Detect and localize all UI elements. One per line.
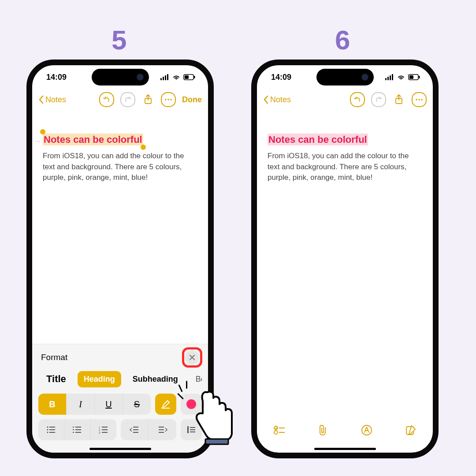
style-body-button[interactable]: Body — [190, 371, 202, 387]
note-title-selected[interactable]: Notes can be colorful — [43, 134, 143, 145]
more-button[interactable] — [412, 92, 427, 107]
undo-icon — [103, 96, 110, 103]
redo-button[interactable] — [371, 92, 386, 107]
svg-rect-32 — [159, 427, 164, 428]
ellipsis-icon — [415, 99, 423, 100]
svg-text:3: 3 — [99, 431, 100, 434]
back-button[interactable]: Notes — [263, 95, 291, 104]
markup-button[interactable] — [361, 424, 372, 436]
svg-point-9 — [167, 99, 169, 100]
selection-handle-end[interactable] — [141, 145, 146, 150]
outdent-icon — [130, 426, 139, 434]
italic-button[interactable]: I — [67, 394, 95, 415]
style-subheading-button[interactable]: Subheading — [126, 371, 184, 387]
step-number-6: 6 — [335, 24, 350, 56]
svg-rect-41 — [387, 77, 389, 80]
numbered-list-button[interactable]: 123 — [91, 419, 116, 440]
undo-button[interactable] — [99, 92, 114, 107]
bullet-list-icon — [46, 426, 56, 434]
svg-rect-16 — [49, 432, 55, 433]
undo-icon — [354, 96, 361, 103]
svg-rect-1 — [163, 77, 164, 80]
svg-point-50 — [421, 99, 423, 100]
note-body-text[interactable]: From iOS18, you can add the colour to th… — [268, 151, 422, 183]
svg-rect-5 — [185, 75, 189, 79]
format-panel-title: Format — [41, 353, 67, 362]
indent-icon — [158, 426, 167, 434]
status-time: 14:09 — [271, 73, 291, 82]
redo-button[interactable] — [120, 92, 135, 107]
bold-button[interactable]: B — [38, 394, 67, 415]
cellular-icon — [385, 74, 394, 80]
style-title-button[interactable]: Title — [40, 370, 72, 388]
svg-rect-20 — [75, 429, 81, 430]
indent-button[interactable] — [149, 419, 176, 440]
dynamic-island — [92, 69, 149, 86]
svg-rect-0 — [160, 78, 162, 80]
home-indicator[interactable] — [89, 448, 151, 450]
dash-list-icon — [72, 426, 82, 434]
share-icon — [144, 94, 152, 105]
bullet-list-button[interactable] — [38, 419, 64, 440]
svg-rect-46 — [419, 76, 420, 78]
svg-rect-22 — [75, 432, 81, 433]
svg-rect-2 — [165, 75, 166, 80]
svg-rect-33 — [159, 429, 164, 430]
phone-mockup-step-6: 14:09 Notes — [251, 60, 439, 458]
dynamic-island — [316, 69, 374, 86]
svg-rect-42 — [390, 75, 391, 80]
navigation-bar: Notes Done — [32, 89, 208, 110]
svg-rect-34 — [159, 432, 164, 433]
svg-rect-52 — [279, 428, 285, 428]
svg-rect-26 — [102, 429, 108, 430]
undo-button[interactable] — [350, 92, 365, 107]
outdent-button[interactable] — [121, 419, 149, 440]
svg-rect-40 — [385, 78, 387, 80]
svg-rect-39 — [205, 439, 228, 444]
done-button[interactable]: Done — [182, 95, 202, 104]
underline-button[interactable]: U — [95, 394, 123, 415]
svg-point-48 — [416, 99, 417, 100]
share-button[interactable] — [141, 93, 155, 106]
checklist-button[interactable] — [274, 425, 285, 435]
numbered-list-icon: 123 — [99, 426, 108, 434]
back-button[interactable]: Notes — [38, 95, 66, 104]
dash-list-button[interactable] — [64, 419, 90, 440]
svg-rect-31 — [133, 432, 138, 433]
svg-point-11 — [47, 427, 48, 428]
share-icon — [394, 94, 403, 105]
wifi-icon — [397, 74, 405, 80]
selection-handle-start[interactable] — [40, 129, 45, 134]
svg-rect-30 — [133, 429, 138, 430]
share-button[interactable] — [392, 93, 405, 106]
home-indicator[interactable] — [314, 448, 376, 450]
highlight-color-button[interactable] — [155, 394, 176, 415]
svg-point-13 — [47, 429, 48, 431]
bius-segment: B I U S — [38, 394, 151, 415]
text-style-row: Title Heading Subheading Body — [38, 369, 202, 394]
note-title[interactable]: Notes can be colorful — [268, 134, 368, 145]
pointing-hand-icon — [190, 388, 238, 445]
note-content[interactable]: Notes can be colorful From iOS18, you ca… — [32, 110, 208, 183]
paperclip-icon — [318, 424, 328, 436]
chevron-left-icon — [38, 95, 44, 104]
note-content[interactable]: Notes can be colorful From iOS18, you ca… — [257, 110, 433, 183]
battery-icon — [408, 74, 420, 80]
status-time: 14:09 — [46, 73, 67, 82]
style-heading-button[interactable]: Heading — [78, 371, 121, 387]
strikethrough-button[interactable]: S — [123, 394, 151, 415]
new-note-button[interactable] — [405, 425, 416, 435]
note-body-text[interactable]: From iOS18, you can add the colour to th… — [43, 151, 197, 183]
more-button[interactable] — [161, 92, 176, 107]
markup-icon — [361, 424, 372, 436]
attachment-button[interactable] — [318, 424, 328, 436]
close-format-button[interactable] — [185, 350, 199, 364]
svg-rect-21 — [73, 432, 74, 433]
list-segment: 123 — [38, 419, 116, 440]
fold-chevron-icon[interactable]: ﹀ — [35, 138, 41, 146]
back-label: Notes — [270, 95, 291, 104]
svg-rect-43 — [392, 74, 393, 80]
indent-segment — [121, 419, 176, 440]
cellular-icon — [160, 74, 169, 80]
bottom-toolbar — [257, 420, 433, 440]
